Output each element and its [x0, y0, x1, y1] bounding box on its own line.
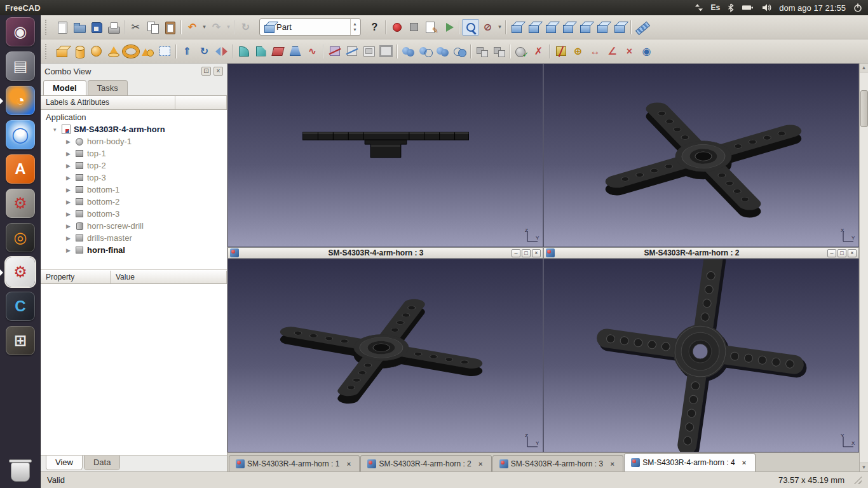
firefox[interactable]: ◔: [0, 84, 41, 118]
tree-column-header[interactable]: Labels & Attributes: [41, 96, 227, 110]
view-right[interactable]: [560, 19, 577, 36]
expander-icon[interactable]: ▶: [66, 175, 74, 181]
expander-icon[interactable]: ▾: [53, 126, 62, 133]
keyboard-layout-indicator[interactable]: Es: [711, 3, 721, 12]
clock[interactable]: dom ago 17 21:55: [779, 3, 846, 13]
expander-icon[interactable]: ▶: [66, 235, 74, 241]
maximize-button[interactable]: □: [837, 249, 846, 257]
minimize-button[interactable]: –: [512, 249, 520, 257]
part-cone[interactable]: [105, 43, 122, 60]
undo[interactable]: ↶: [184, 19, 201, 36]
expander-icon[interactable]: ▶: [66, 199, 74, 205]
redo[interactable]: ↷: [208, 19, 225, 36]
tab-model[interactable]: Model: [43, 80, 86, 95]
draw-style-menu-arrow[interactable]: ▾: [496, 19, 503, 36]
tree-item-application[interactable]: Application: [41, 111, 227, 123]
dash-home[interactable]: ◉: [0, 15, 41, 50]
viewport-window-titlebar-3[interactable]: SM-S4303R-4-arm-horn : 3 – □ ×: [227, 247, 543, 259]
save-document[interactable]: [88, 19, 105, 36]
system-settings[interactable]: ⚙: [0, 187, 41, 221]
section[interactable]: [326, 43, 343, 60]
separator[interactable]: [179, 19, 184, 36]
tree-item[interactable]: ▶ top-1: [41, 147, 227, 159]
shape-builder[interactable]: [156, 43, 173, 60]
tree-item[interactable]: ▶ top-2: [41, 159, 227, 172]
separator[interactable]: [122, 19, 127, 36]
boolean-cut[interactable]: [417, 43, 434, 60]
separator[interactable]: [547, 43, 552, 60]
compound[interactable]: [473, 43, 491, 60]
blender[interactable]: ◎: [0, 221, 41, 255]
macro-record[interactable]: [388, 19, 405, 36]
whats-this[interactable]: ?: [366, 19, 383, 36]
app-c[interactable]: C: [0, 290, 41, 324]
copy[interactable]: [144, 19, 161, 36]
boolean-intersection[interactable]: [451, 43, 468, 60]
files[interactable]: ▤: [0, 50, 41, 84]
macro-stop[interactable]: [405, 19, 423, 36]
macro-edit[interactable]: [423, 19, 440, 36]
mdi-tab-1[interactable]: SM-S4303R-4-arm-horn : 1 ×: [229, 455, 360, 471]
expander-icon[interactable]: ▶: [66, 163, 74, 169]
resize-grip[interactable]: [853, 476, 862, 484]
scrollbar-thumb[interactable]: [860, 90, 868, 127]
new-document[interactable]: [53, 19, 71, 36]
macro-execute[interactable]: [440, 19, 457, 36]
measure-distance[interactable]: [634, 19, 651, 36]
close-button[interactable]: ×: [532, 249, 541, 257]
tree-item-document[interactable]: ▾ SM-S4303R-4-arm-horn: [41, 123, 227, 135]
tab-view[interactable]: View: [46, 456, 83, 470]
part-box[interactable]: [53, 43, 71, 60]
explode-compound[interactable]: [491, 43, 508, 60]
panel-float-button[interactable]: ⊡: [201, 67, 211, 76]
vertical-scrollbar[interactable]: ▲ ▼: [859, 64, 868, 471]
expander-icon[interactable]: ▶: [66, 223, 74, 229]
separator[interactable]: [503, 19, 508, 36]
tree-item[interactable]: ▶ bottom-3: [41, 208, 227, 220]
tree-item[interactable]: ▶ top-3: [41, 172, 227, 184]
trash-icon[interactable]: [9, 458, 32, 483]
measure-angular[interactable]: ∠: [604, 43, 621, 60]
view-top[interactable]: [543, 19, 560, 36]
chamfer[interactable]: [252, 43, 269, 60]
separator[interactable]: [383, 19, 388, 36]
separator[interactable]: [230, 43, 235, 60]
toolbar-handle[interactable]: [45, 20, 50, 35]
fillet[interactable]: [235, 43, 252, 60]
ubuntu-software[interactable]: A: [0, 152, 41, 187]
toolbar-handle[interactable]: [45, 44, 50, 59]
view-bottom[interactable]: [594, 19, 611, 36]
scroll-down-arrow[interactable]: ▼: [860, 463, 868, 471]
view-rear[interactable]: [577, 19, 594, 36]
boolean[interactable]: [400, 43, 417, 60]
defeaturing[interactable]: ✗: [530, 43, 547, 60]
refresh[interactable]: ↻: [237, 19, 254, 36]
tab-data[interactable]: Data: [84, 456, 120, 470]
tab-close-icon[interactable]: ×: [477, 460, 485, 468]
open-document[interactable]: [71, 19, 88, 36]
separator[interactable]: [232, 19, 237, 36]
expander-icon[interactable]: ▶: [66, 211, 74, 217]
workbench-selector-arrows[interactable]: ▲▼: [350, 19, 359, 35]
workbench-selector[interactable]: Part ▲▼: [259, 18, 361, 36]
separator[interactable]: [468, 43, 473, 60]
sweep[interactable]: ∿: [304, 43, 321, 60]
separator[interactable]: [395, 43, 400, 60]
scroll-up-arrow[interactable]: ▲: [860, 64, 868, 72]
3d-viewport-3[interactable]: Z Y: [227, 259, 543, 452]
tree-item[interactable]: ▶ horn-screw-drill: [41, 220, 227, 232]
create-primitives[interactable]: [139, 43, 156, 60]
view-left[interactable]: [611, 19, 628, 36]
cross-sections[interactable]: [343, 43, 360, 60]
property-table[interactable]: [41, 284, 227, 455]
session-power-icon[interactable]: [853, 3, 863, 13]
tree-item[interactable]: ▶ bottom-1: [41, 184, 227, 196]
tree-item[interactable]: ▶ horn-body-1: [41, 135, 227, 147]
expander-icon[interactable]: ▶: [66, 151, 74, 157]
extrude[interactable]: ⇑: [179, 43, 196, 60]
3d-viewport-2[interactable]: Y X: [543, 259, 859, 452]
draw-style[interactable]: ⊘: [479, 19, 496, 36]
part-sphere[interactable]: [88, 43, 105, 60]
cut[interactable]: ✂: [127, 19, 144, 36]
paste[interactable]: [161, 19, 179, 36]
